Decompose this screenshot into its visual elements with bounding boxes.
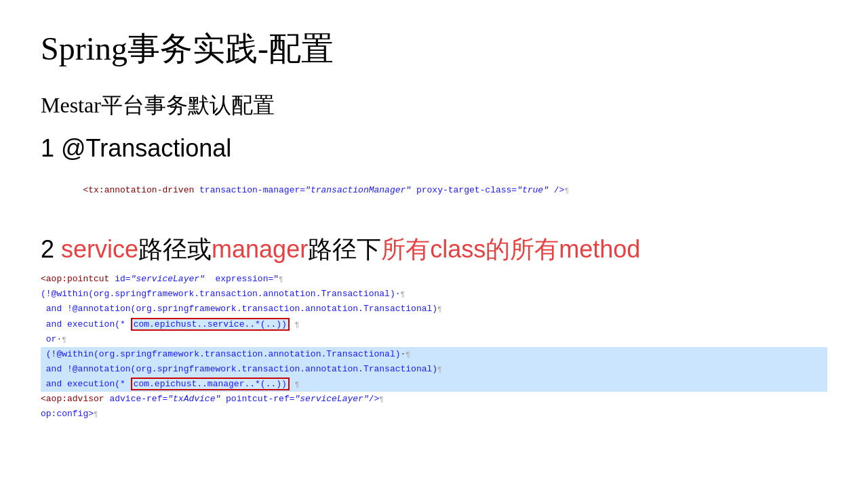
subtitle: Mestar平台事务默认配置 <box>41 91 827 121</box>
section-2: 2 service路径或manager路径下所有class的所有method <… <box>41 233 827 422</box>
section2-text3: 所有class的所有method <box>381 235 640 263</box>
section2-service: service <box>61 235 138 263</box>
section1-text: @Transactional <box>61 134 231 162</box>
section1-code: <tx:annotation-driven transaction-manage… <box>41 168 827 213</box>
section2-code: <aop:pointcut id="serviceLayer" expressi… <box>41 272 827 422</box>
section2-title: 2 service路径或manager路径下所有class的所有method <box>41 233 827 266</box>
section1-code-line: <tx:annotation-driven transaction-manage… <box>41 168 827 213</box>
section1-title: 1 @Transactional <box>41 134 827 163</box>
main-title: Spring事务实践-配置 <box>41 27 827 70</box>
code-line-9: <aop:advisor advice-ref="txAdvice" point… <box>41 392 827 407</box>
code-line-10: op:config>¶ <box>41 407 827 422</box>
section2-number: 2 <box>41 235 61 263</box>
code-line-2: (!@within(org.springframework.transactio… <box>41 287 827 302</box>
section-1: 1 @Transactional <tx:annotation-driven t… <box>41 134 827 213</box>
section1-number: 1 <box>41 134 61 162</box>
code-line-1: <aop:pointcut id="serviceLayer" expressi… <box>41 272 827 287</box>
section2-manager: manager <box>212 235 308 263</box>
code-line-4: and execution(* com.epichust..service..*… <box>41 317 827 332</box>
code-line-6: (!@within(org.springframework.transactio… <box>41 347 827 362</box>
code-line-3: and !@annotation(org.springframework.tra… <box>41 302 827 317</box>
section2-text2: 路径下 <box>308 235 381 263</box>
code-line-8: and execution(* com.epichust..manager..*… <box>41 377 827 392</box>
code-line-7: and !@annotation(org.springframework.tra… <box>41 362 827 377</box>
section2-text1: 路径或 <box>138 235 212 263</box>
code-line-5: or·¶ <box>41 332 827 347</box>
